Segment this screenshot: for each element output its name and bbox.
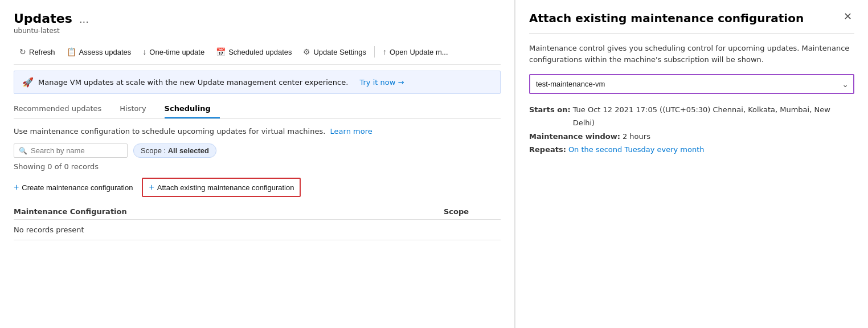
attach-btn-label: Attach existing maintenance configuratio… <box>157 183 294 192</box>
toolbar-divider <box>374 46 375 58</box>
close-button[interactable]: ✕ <box>841 11 854 22</box>
open-label: Open Update m... <box>390 48 448 56</box>
right-panel: Attach existing maintenance configuratio… <box>515 0 868 328</box>
scheduled-updates-button[interactable]: 📅 Scheduled updates <box>210 44 297 60</box>
refresh-label: Refresh <box>29 48 55 56</box>
starts-on-row: Starts on: Tue Oct 12 2021 17:05 ((UTC+0… <box>529 103 854 130</box>
assess-updates-button[interactable]: 📋 Assess updates <box>61 44 137 60</box>
attach-plus-icon: + <box>149 182 154 192</box>
repeats-value: On the second Tuesday every month <box>568 143 705 156</box>
scope-button[interactable]: Scope : All selected <box>133 144 216 158</box>
onetime-label: One-time update <box>149 48 204 56</box>
scheduling-content: Use maintenance configuration to schedul… <box>14 119 501 248</box>
repeats-row: Repeats: On the second Tuesday every mon… <box>529 143 854 156</box>
refresh-icon: ↻ <box>19 47 26 56</box>
table-header: Maintenance Configuration Scope <box>14 204 501 220</box>
tab-recommended[interactable]: Recommended updates <box>14 100 110 118</box>
learn-more-link[interactable]: Learn more <box>330 127 372 136</box>
left-panel: Updates ... ubuntu-latest ↻ Refresh 📋 As… <box>0 0 515 328</box>
action-buttons: + Create maintenance configuration + Att… <box>14 178 501 197</box>
calendar-icon: 📅 <box>216 47 226 56</box>
panel-header: Attach existing maintenance configuratio… <box>529 11 854 34</box>
settings-icon: ⚙ <box>303 47 310 56</box>
starts-on-value: Tue Oct 12 2021 17:05 ((UTC+05:30) Chenn… <box>573 103 854 130</box>
tab-scheduling[interactable]: Scheduling <box>165 100 220 118</box>
banner-text: Manage VM updates at scale with the new … <box>38 78 348 87</box>
scope-label: Scope : <box>141 146 168 155</box>
maintenance-details: Starts on: Tue Oct 12 2021 17:05 ((UTC+0… <box>529 103 854 157</box>
settings-label: Update Settings <box>313 48 366 56</box>
create-btn-label: Create maintenance configuration <box>22 183 133 192</box>
tabs: Recommended updates History Scheduling <box>14 100 501 119</box>
create-plus-icon: + <box>14 182 19 192</box>
page-title-ellipsis[interactable]: ... <box>79 13 89 25</box>
search-input[interactable] <box>31 146 122 155</box>
scope-value: All selected <box>168 146 209 155</box>
filter-row: 🔍 Scope : All selected <box>14 144 501 158</box>
starts-on-label: Starts on: <box>529 103 571 130</box>
onetime-update-button[interactable]: ↓ One-time update <box>137 44 210 60</box>
repeats-label: Repeats: <box>529 143 566 156</box>
window-row: Maintenance window: 2 hours <box>529 130 854 143</box>
window-label: Maintenance window: <box>529 130 620 143</box>
config-dropdown[interactable]: test-maintenance-vm <box>529 74 854 94</box>
banner-icon: 🚀 <box>22 77 34 88</box>
download-icon: ↓ <box>142 47 146 56</box>
panel-title: Attach existing maintenance configuratio… <box>529 11 841 25</box>
page-title-area: Updates ... ubuntu-latest <box>14 11 501 35</box>
dropdown-container: test-maintenance-vm ⌄ <box>529 74 854 94</box>
col-config-header: Maintenance Configuration <box>14 207 444 216</box>
open-update-button[interactable]: ↑ Open Update m... <box>377 44 454 60</box>
scheduled-label: Scheduled updates <box>228 48 292 56</box>
banner: 🚀 Manage VM updates at scale with the ne… <box>14 71 501 94</box>
col-scope-header: Scope <box>444 207 501 216</box>
banner-link[interactable]: Try it now → <box>359 78 404 87</box>
refresh-button[interactable]: ↻ Refresh <box>14 44 61 60</box>
search-icon: 🔍 <box>19 147 27 155</box>
window-value: 2 hours <box>623 130 650 143</box>
page-title: Updates <box>14 11 72 26</box>
page-subtitle: ubuntu-latest <box>14 27 501 35</box>
attach-config-button[interactable]: + Attach existing maintenance configurat… <box>142 178 301 197</box>
tab-history[interactable]: History <box>120 100 155 118</box>
scheduling-description: Use maintenance configuration to schedul… <box>14 127 501 136</box>
update-settings-button[interactable]: ⚙ Update Settings <box>297 44 372 60</box>
assess-icon: 📋 <box>67 47 76 56</box>
search-box[interactable]: 🔍 <box>14 144 128 158</box>
panel-description: Maintenance control gives you scheduling… <box>529 43 854 65</box>
table-empty-row: No records present <box>14 220 501 240</box>
toolbar: ↻ Refresh 📋 Assess updates ↓ One-time up… <box>14 44 501 65</box>
records-count: Showing 0 of 0 records <box>14 162 501 171</box>
assess-label: Assess updates <box>79 48 132 56</box>
arrow-up-icon: ↑ <box>383 47 387 56</box>
create-config-button[interactable]: + Create maintenance configuration <box>14 181 133 194</box>
